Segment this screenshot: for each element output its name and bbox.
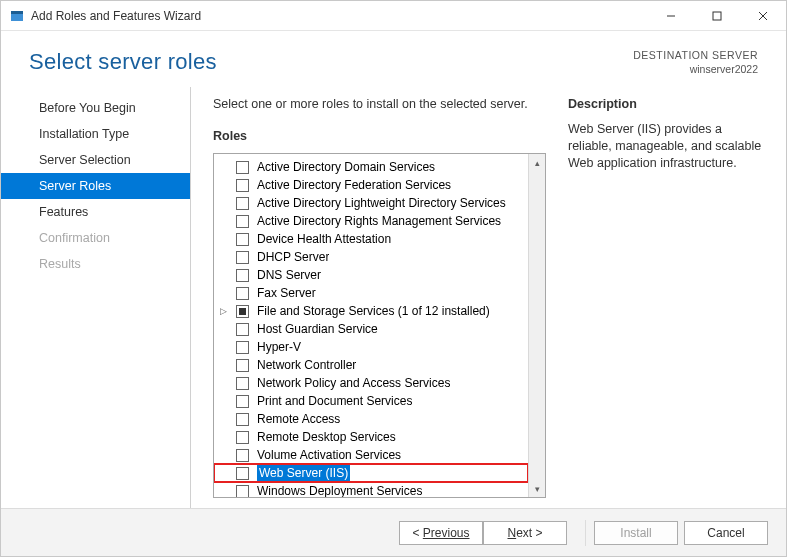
- expand-icon[interactable]: ▷: [220, 303, 230, 319]
- svg-rect-1: [11, 11, 23, 14]
- role-label: Device Health Attestation: [257, 231, 391, 247]
- content: Select one or more roles to install on t…: [191, 87, 786, 508]
- role-row[interactable]: Remote Desktop Services: [214, 428, 528, 446]
- role-checkbox[interactable]: [236, 251, 249, 264]
- role-label: Active Directory Rights Management Servi…: [257, 213, 501, 229]
- sidebar-item-installation-type[interactable]: Installation Type: [1, 121, 190, 147]
- role-checkbox[interactable]: [236, 269, 249, 282]
- intro-text: Select one or more roles to install on t…: [213, 97, 546, 111]
- role-label: Network Controller: [257, 357, 356, 373]
- role-row[interactable]: Active Directory Federation Services: [214, 176, 528, 194]
- scroll-down-icon[interactable]: ▾: [529, 480, 545, 497]
- roles-listbox: Active Directory Domain ServicesActive D…: [213, 153, 546, 498]
- role-row[interactable]: Network Policy and Access Services: [214, 374, 528, 392]
- svg-rect-3: [713, 12, 721, 20]
- cancel-button[interactable]: Cancel: [684, 521, 768, 545]
- window-controls: [648, 1, 786, 31]
- role-checkbox[interactable]: [236, 179, 249, 192]
- sidebar-item-before-you-begin[interactable]: Before You Begin: [1, 95, 190, 121]
- destination-label: DESTINATION SERVER: [633, 49, 758, 63]
- roles-label: Roles: [213, 129, 546, 143]
- role-label: Remote Access: [257, 411, 340, 427]
- role-label: Fax Server: [257, 285, 316, 301]
- role-label: Print and Document Services: [257, 393, 412, 409]
- role-checkbox[interactable]: [236, 305, 249, 318]
- minimize-button[interactable]: [648, 1, 694, 31]
- roles-column: Select one or more roles to install on t…: [213, 97, 546, 498]
- role-row[interactable]: Network Controller: [214, 356, 528, 374]
- titlebar: Add Roles and Features Wizard: [1, 1, 786, 31]
- close-button[interactable]: [740, 1, 786, 31]
- role-checkbox[interactable]: [236, 431, 249, 444]
- role-label: DNS Server: [257, 267, 321, 283]
- role-label: Hyper-V: [257, 339, 301, 355]
- role-label: Active Directory Domain Services: [257, 159, 435, 175]
- role-label: Network Policy and Access Services: [257, 375, 450, 391]
- role-label: Windows Deployment Services: [257, 483, 422, 497]
- role-label: DHCP Server: [257, 249, 329, 265]
- role-label: Host Guardian Service: [257, 321, 378, 337]
- role-row[interactable]: DNS Server: [214, 266, 528, 284]
- role-row[interactable]: Active Directory Domain Services: [214, 158, 528, 176]
- footer: < Previous Next > Install Cancel: [1, 508, 786, 556]
- role-label: Active Directory Lightweight Directory S…: [257, 195, 506, 211]
- role-row[interactable]: Active Directory Lightweight Directory S…: [214, 194, 528, 212]
- page-title: Select server roles: [29, 49, 217, 75]
- role-label: File and Storage Services (1 of 12 insta…: [257, 303, 490, 319]
- role-checkbox[interactable]: [236, 323, 249, 336]
- footer-divider: [585, 520, 586, 546]
- role-row[interactable]: ▷File and Storage Services (1 of 12 inst…: [214, 302, 528, 320]
- install-button[interactable]: Install: [594, 521, 678, 545]
- sidebar-item-server-selection[interactable]: Server Selection: [1, 147, 190, 173]
- role-checkbox[interactable]: [236, 449, 249, 462]
- role-checkbox[interactable]: [236, 359, 249, 372]
- role-row[interactable]: Fax Server: [214, 284, 528, 302]
- role-row[interactable]: Device Health Attestation: [214, 230, 528, 248]
- roles-scrollbar[interactable]: ▴ ▾: [528, 154, 545, 497]
- role-checkbox[interactable]: [236, 341, 249, 354]
- role-checkbox[interactable]: [236, 413, 249, 426]
- role-checkbox[interactable]: [236, 287, 249, 300]
- role-row[interactable]: Volume Activation Services: [214, 446, 528, 464]
- role-label: Active Directory Federation Services: [257, 177, 451, 193]
- role-label: Web Server (IIS): [257, 465, 350, 481]
- role-row[interactable]: Remote Access: [214, 410, 528, 428]
- maximize-button[interactable]: [694, 1, 740, 31]
- role-checkbox[interactable]: [236, 161, 249, 174]
- sidebar-item-confirmation: Confirmation: [1, 225, 190, 251]
- sidebar: Before You BeginInstallation TypeServer …: [1, 87, 191, 508]
- role-row[interactable]: DHCP Server: [214, 248, 528, 266]
- role-row[interactable]: Hyper-V: [214, 338, 528, 356]
- app-icon: [9, 8, 25, 24]
- description-label: Description: [568, 97, 768, 111]
- header: Select server roles DESTINATION SERVER w…: [1, 31, 786, 86]
- previous-button[interactable]: < Previous: [399, 521, 483, 545]
- role-checkbox[interactable]: [236, 233, 249, 246]
- main: Before You BeginInstallation TypeServer …: [1, 86, 786, 508]
- role-row[interactable]: Windows Deployment Services: [214, 482, 528, 497]
- destination-block: DESTINATION SERVER winserver2022: [633, 49, 758, 76]
- role-checkbox[interactable]: [236, 215, 249, 228]
- role-row[interactable]: Host Guardian Service: [214, 320, 528, 338]
- destination-name: winserver2022: [633, 63, 758, 77]
- sidebar-item-features[interactable]: Features: [1, 199, 190, 225]
- role-label: Remote Desktop Services: [257, 429, 396, 445]
- role-checkbox[interactable]: [236, 485, 249, 497]
- sidebar-item-server-roles[interactable]: Server Roles: [1, 173, 190, 199]
- role-row[interactable]: Print and Document Services: [214, 392, 528, 410]
- role-row[interactable]: Active Directory Rights Management Servi…: [214, 212, 528, 230]
- description-column: Description Web Server (IIS) provides a …: [568, 97, 768, 498]
- roles-list[interactable]: Active Directory Domain ServicesActive D…: [214, 154, 528, 497]
- role-label: Volume Activation Services: [257, 447, 401, 463]
- role-row[interactable]: Web Server (IIS): [214, 464, 528, 482]
- role-checkbox[interactable]: [236, 467, 249, 480]
- role-checkbox[interactable]: [236, 395, 249, 408]
- scroll-up-icon[interactable]: ▴: [529, 154, 545, 171]
- sidebar-item-results: Results: [1, 251, 190, 277]
- role-checkbox[interactable]: [236, 197, 249, 210]
- next-button[interactable]: Next >: [483, 521, 567, 545]
- description-text: Web Server (IIS) provides a reliable, ma…: [568, 121, 768, 172]
- nav-buttons: < Previous Next >: [399, 521, 567, 545]
- role-checkbox[interactable]: [236, 377, 249, 390]
- window-title: Add Roles and Features Wizard: [31, 9, 648, 23]
